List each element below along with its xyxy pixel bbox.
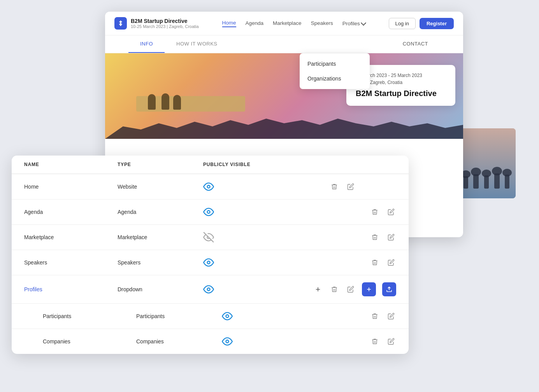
col-name: NAME — [24, 162, 118, 167]
dropdown-participants[interactable]: Participants — [300, 56, 370, 71]
figure-2 — [162, 93, 169, 110]
row-agenda-type: Agenda — [118, 209, 203, 215]
row-participants-name: Participants — [43, 313, 136, 319]
brand-info: B2M Startup Directive 10-25 March 2023 |… — [131, 18, 199, 29]
add-blue-button[interactable] — [362, 282, 376, 296]
svg-rect-12 — [494, 173, 500, 189]
nav-actions: Log in Register — [389, 18, 454, 29]
row-participants-actions — [319, 311, 396, 321]
login-button[interactable]: Log in — [389, 18, 416, 29]
tab-info[interactable]: INFO — [128, 35, 165, 53]
row-agenda-actions — [300, 207, 396, 217]
table-header: NAME TYPE PUBLICLY VISIBLE — [12, 156, 409, 174]
svg-rect-8 — [473, 174, 479, 189]
nav-marketplace[interactable]: Marketplace — [273, 20, 302, 27]
row-profiles-visible — [203, 284, 300, 295]
eye-icon — [203, 181, 214, 192]
tab-contact[interactable]: CONTACT — [391, 35, 440, 53]
edit-icon — [388, 208, 395, 215]
svg-point-25 — [226, 315, 229, 318]
row-marketplace-type: Marketplace — [118, 234, 203, 240]
edit-icon — [388, 338, 395, 345]
edit-button[interactable] — [346, 182, 356, 192]
row-speakers-name: Speakers — [24, 259, 118, 266]
svg-point-26 — [226, 340, 229, 343]
delete-button[interactable] — [370, 232, 380, 242]
row-marketplace-actions — [300, 232, 396, 242]
svg-point-18 — [207, 261, 210, 264]
row-companies-name: Companies — [43, 338, 136, 345]
row-participants-type: Participants — [136, 313, 222, 319]
export-button[interactable] — [382, 282, 396, 296]
col-actions — [300, 162, 396, 167]
row-companies-visible — [222, 336, 319, 347]
trash-icon — [371, 259, 378, 266]
event-date: 10-25 March 2023 | Zagreb, Croatia — [131, 24, 199, 29]
row-profiles-actions — [300, 282, 396, 296]
trash-icon — [371, 338, 378, 345]
edit-icon — [388, 234, 395, 241]
row-companies-actions — [319, 336, 396, 346]
eye-icon — [222, 336, 233, 347]
delete-button[interactable] — [370, 311, 380, 321]
edit-button[interactable] — [386, 207, 396, 217]
edit-button[interactable] — [386, 257, 396, 268]
table-row: Companies Companies — [12, 329, 409, 354]
row-home-type: Website — [118, 184, 203, 190]
sub-nav: INFO HOW IT WORKS CONTACT Participants O… — [105, 35, 463, 53]
eye-icon — [222, 311, 233, 322]
info-event-title: B2M Startup Directive — [356, 89, 446, 98]
register-button[interactable]: Register — [420, 18, 454, 29]
edit-icon — [388, 259, 395, 266]
nav-profiles-label: Profiles — [342, 21, 360, 26]
row-companies-type: Companies — [136, 338, 222, 345]
nav-profiles[interactable]: Profiles — [342, 21, 365, 26]
nav-agenda[interactable]: Agenda — [246, 20, 264, 27]
row-profiles-type: Dropdown — [118, 286, 203, 292]
edit-button[interactable] — [346, 284, 356, 294]
nav-home[interactable]: Home — [222, 20, 236, 27]
plus-icon — [314, 286, 321, 293]
row-home-name: Home — [24, 184, 118, 190]
event-name: B2M Startup Directive — [131, 18, 199, 24]
edit-button[interactable] — [386, 311, 396, 321]
nav-links: Home Agenda Marketplace Speakers Profile… — [222, 20, 365, 27]
brand-area: B2M Startup Directive 10-25 March 2023 |… — [114, 17, 199, 30]
figure-1 — [148, 94, 156, 110]
profiles-dropdown: Participants Organizations — [300, 53, 370, 89]
col-visible: PUBLICLY VISIBLE — [203, 162, 300, 167]
svg-rect-14 — [505, 175, 509, 189]
svg-point-15 — [207, 186, 210, 188]
row-home-visible — [203, 181, 300, 192]
svg-rect-10 — [484, 175, 489, 189]
table-row: Agenda Agenda — [12, 200, 409, 225]
table-row: Participants Participants — [12, 304, 409, 329]
tab-how-it-works[interactable]: HOW IT WORKS — [165, 35, 229, 53]
hero-image: 10 March 2023 - 25 March 2023 10000 Zagr… — [105, 53, 463, 139]
dropdown-organizations[interactable]: Organizations — [300, 71, 370, 86]
edit-icon — [347, 286, 354, 293]
delete-button[interactable] — [370, 207, 380, 217]
figure-3 — [173, 95, 181, 110]
table-row: Home Website — [12, 174, 409, 200]
row-participants-visible — [222, 311, 319, 322]
eye-slash-icon — [203, 232, 214, 243]
delete-button[interactable] — [370, 336, 380, 346]
edit-icon — [347, 183, 354, 190]
edit-button[interactable] — [386, 232, 396, 242]
svg-point-19 — [207, 288, 210, 291]
trash-icon — [331, 286, 338, 293]
add-child-button[interactable] — [313, 284, 323, 294]
brand-logo — [114, 17, 127, 30]
row-marketplace-visible — [203, 232, 300, 243]
row-speakers-actions — [300, 257, 396, 268]
trash-icon — [371, 313, 378, 320]
nav-speakers[interactable]: Speakers — [311, 20, 333, 27]
upload-icon — [386, 286, 392, 292]
edit-button[interactable] — [386, 336, 396, 346]
delete-button[interactable] — [329, 182, 339, 192]
row-profiles-name: Profiles — [24, 286, 118, 292]
delete-button[interactable] — [370, 257, 380, 268]
delete-button[interactable] — [329, 284, 339, 294]
chevron-down-icon — [361, 20, 366, 26]
